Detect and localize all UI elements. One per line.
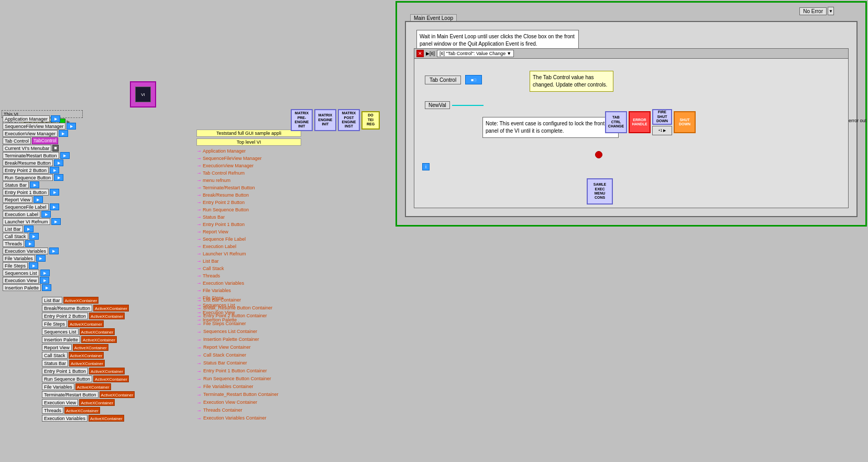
conn-seqlist[interactable]: ▶ [40,270,50,276]
fb-engine-init[interactable]: MATRIXENGINEINIT [314,109,336,131]
tabctrl-value[interactable]: TabControl [32,137,58,144]
mid-label-listbar: List Bar [203,259,219,264]
mid-label-app-manager: Application Manager [203,148,246,154]
mid-label-entry2: Entry Point 2 Button [203,200,245,205]
conn-execview2[interactable]: ▶ [40,277,49,284]
tab-event-dropdown[interactable]: [6] "Tab Control": Value Change ▼ [437,50,514,57]
conn-app-manager[interactable]: ▶ [51,115,60,122]
no-error-label: No Error [799,7,827,15]
cont-row-execview: → Execution View Container [196,399,333,406]
mid-tabctrl: → Tab Control Refnum [196,169,301,176]
prop-label-execvars: Execution Variables [3,248,48,254]
cont-label-insertion: Insertion Palette Container [203,337,259,342]
conn-filesteps[interactable]: ▶ [29,262,38,269]
prop-label-entry1: Entry Point 1 Button [3,189,49,196]
conn-entry2[interactable]: ▶ [50,167,59,174]
fb-post-engine[interactable]: MATRIXPOSTENGINEINST [338,109,360,131]
conn-threads[interactable]: ▶ [25,240,35,247]
function-blocks-row: MATRIXPRE-ENGINEINIT MATRIXENGINEINIT MA… [291,109,380,131]
activex-label-filevars: File Variables [42,383,74,390]
fb-fire-down[interactable]: FIRESHUTDOWN [652,109,672,125]
cont-arrow-entry1: → [196,368,202,374]
cont-row-listbar: → List Bar Container [196,296,333,304]
activex-row-seqlist: Sequences List ActiveXContainer [42,328,135,335]
mid-menurefnum: → menu refnum [196,177,301,184]
prop-row-insertion: Insertion Palette ▶ [3,284,165,291]
prop-row-launcher: Launcher VI Refnum ▶ [3,218,165,225]
activex-label-statusbar: Status Bar [42,360,68,367]
vi-icon[interactable]: VI [130,81,156,108]
prop-label-listbar: List Bar [3,225,23,232]
x-button[interactable]: ✕ [416,50,424,57]
fb-error-handle[interactable]: ERRORHANDLE [629,111,651,133]
mid-label-launcher: Launcher VI Refnum [203,251,246,256]
fb-matrix-pre[interactable]: MATRIXPRE-ENGINEINIT [291,109,313,131]
conn-seqfileview[interactable]: ▶ [67,123,76,130]
cont-label-seqlist: Sequences List Container [203,329,257,334]
no-error-dropdown-arrow[interactable]: ▼ [828,7,834,15]
prop-row-runseq: Run Sequence Button ▶ [3,174,165,181]
exec-menu-block[interactable]: SAMLEEXECMENUCONS [587,178,613,205]
activex-label-listbar: List Bar [42,297,62,304]
mid-arrow-10: → [196,214,202,220]
conn-entry1[interactable]: ▶ [50,189,59,196]
activex-label-execview3: Execution View [42,399,78,406]
prop-label-execview2: Execution View [3,277,39,284]
activex-row-execvars2: Execution Variables ActiveXContainer [42,414,135,422]
prop-label-menubar: Current VI's Menubar [3,145,51,152]
mid-arrow-2: → [196,155,202,161]
cont-label-runseq: Run Sequence Button Container [203,376,271,381]
activex-row-filevars: File Variables ActiveXContainer [42,383,135,390]
activex-label-runseq: Run Sequence Button [42,375,92,382]
fb-fire-shutdown-group: FIRESHUTDOWN +1 ▶ [652,109,672,135]
wait-text-box: Wait in Main Event Loop until user click… [416,30,579,51]
conn-terminate[interactable]: ▶ [60,152,70,159]
fb-tab-ctrl-change[interactable]: TABCTRLCHANGE [605,111,627,133]
activex-row-report: Report View ActiveXContainer [42,343,135,351]
conn-runseq[interactable]: ▶ [54,174,63,181]
mid-listbar: → List Bar [196,257,301,264]
conn-execview[interactable]: ▶ [59,130,68,137]
tab-ctrl-connector[interactable]: ■□ [465,75,482,84]
conn-listbar[interactable]: ▶ [24,225,34,232]
conn-execvars[interactable]: ▶ [49,248,59,254]
no-error-dropdown[interactable]: No Error ▼ [799,7,834,15]
conn-seqfilelabel[interactable]: ▶ [50,203,59,210]
activex-badge-statusbar: ActiveXContainer [69,360,105,367]
fb-shut-down[interactable]: SHUTDOWN [674,111,696,133]
mid-arrow-13: → [196,236,202,242]
conn-reportview[interactable]: ▶ [34,196,43,203]
menubar-value[interactable]: ■ [52,145,58,152]
vi-inner-label: VI [141,92,145,97]
prop-label-seqfileview: SequenceFileView Manager [3,123,65,130]
conn-statusbar[interactable]: ▶ [30,181,39,188]
cont-row-filevars: → File Variables Container [196,383,333,390]
activex-row-entry2: Entry Point 2 Button ActiveXContainer [42,312,135,319]
prop-row-app-manager: Application Manager ▶ [3,115,165,122]
conn-callstack[interactable]: ▶ [29,233,39,240]
conn-filevars[interactable]: ▶ [36,255,46,262]
right-func-blocks: TABCTRLCHANGE ERRORHANDLE FIRESHUTDOWN +… [605,109,696,135]
bool-indicator: i [422,163,430,170]
tab-ctrl-label: Tab Control [425,76,461,84]
activex-row-threads: Threads ActiveXContainer [42,406,135,414]
fb-tei-reg[interactable]: DOTEIREG [361,111,380,130]
activex-row-terminate: Terminate/Restart Button ActiveXContaine… [42,391,135,398]
conn-insertion[interactable]: ▶ [42,284,51,291]
mid-filevars: → File Variables [196,287,301,294]
mid-execview: → ExecutionView Manager [196,162,301,169]
activex-badge-filevars: ActiveXContainer [75,383,111,390]
mid-label-threads: Threads [203,273,220,278]
cont-row-callstack: → Call Stack Container [196,351,333,359]
mid-arrow-1: → [196,148,202,154]
cont-row-filesteps: → File Steps Container [196,320,333,327]
conn-launcher[interactable]: ▶ [51,218,61,225]
prop-row-entry2: Entry Point 2 Button ▶ [3,167,165,174]
conn-execlabel[interactable]: ▶ [41,211,51,218]
stop-indicator [595,151,602,158]
conn-break[interactable]: ▶ [54,159,63,166]
mid-arrow-17: → [196,265,202,271]
top-level-vi-label: Top level VI [196,138,301,146]
cont-arrow-filesteps: → [196,321,202,327]
prop-label-runseq: Run Sequence Button [3,174,53,181]
